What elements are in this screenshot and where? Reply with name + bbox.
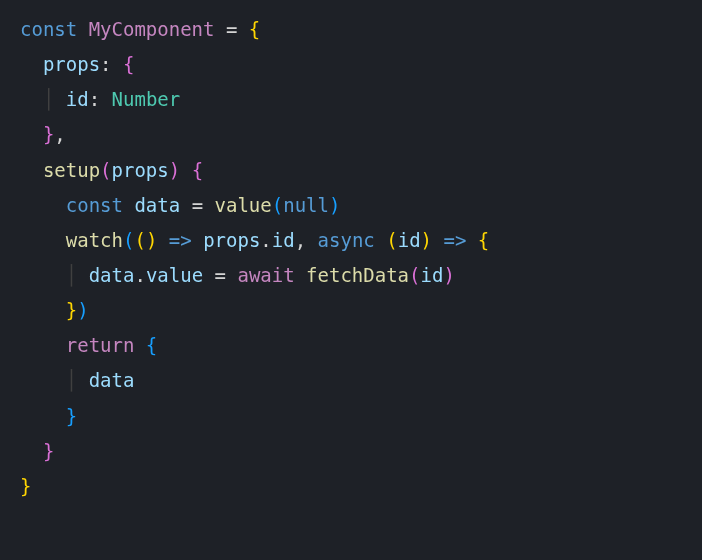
fn-setup: setup [43, 159, 100, 181]
comma: , [54, 123, 65, 145]
colon: : [100, 53, 111, 75]
keyword-async: async [318, 229, 375, 251]
brace-open: { [192, 159, 203, 181]
keyword-return: return [66, 334, 135, 356]
line-12: } [20, 405, 77, 427]
brace-open: { [146, 334, 157, 356]
dot: . [134, 264, 145, 286]
line-1: const MyComponent = { [20, 18, 260, 40]
var-data: data [89, 369, 135, 391]
brace-close: } [43, 440, 54, 462]
paren-close: ) [77, 299, 88, 321]
operator-eq: = [215, 264, 226, 286]
line-3: │ id: Number [20, 88, 180, 110]
keyword-await: await [237, 264, 294, 286]
paren-close: ) [421, 229, 432, 251]
var-data: data [134, 194, 180, 216]
keyword-const: const [66, 194, 123, 216]
line-4: }, [20, 123, 66, 145]
line-9: }) [20, 299, 89, 321]
paren-open: ( [272, 194, 283, 216]
fn-fetchdata: fetchData [306, 264, 409, 286]
paren-close: ) [329, 194, 340, 216]
prop-id: id [66, 88, 89, 110]
comma: , [295, 229, 306, 251]
null-literal: null [283, 194, 329, 216]
type-number: Number [112, 88, 181, 110]
line-2: props: { [20, 53, 134, 75]
operator-eq: = [192, 194, 203, 216]
prop-value: value [146, 264, 203, 286]
arg-id: id [398, 229, 421, 251]
code-block: const MyComponent = { props: { │ id: Num… [20, 12, 682, 504]
var-props: props [203, 229, 260, 251]
arg-id: id [421, 264, 444, 286]
brace-close: } [20, 475, 31, 497]
brace-open: { [123, 53, 134, 75]
arrow: => [169, 229, 192, 251]
keyword-const: const [20, 18, 77, 40]
identifier-component: MyComponent [89, 18, 215, 40]
arg-props: props [112, 159, 169, 181]
paren-open: ( [134, 229, 145, 251]
line-7: watch(() => props.id, async (id) => { [20, 229, 489, 251]
line-6: const data = value(null) [20, 194, 340, 216]
line-11: │ data [20, 369, 134, 391]
paren-open: ( [100, 159, 111, 181]
brace-open: { [249, 18, 260, 40]
paren-close: ) [146, 229, 157, 251]
var-data: data [89, 264, 135, 286]
brace-close: } [66, 299, 77, 321]
brace-close: } [66, 405, 77, 427]
operator-eq: = [226, 18, 237, 40]
paren-close: ) [443, 264, 454, 286]
fn-watch: watch [66, 229, 123, 251]
line-10: return { [20, 334, 157, 356]
prop-id: id [272, 229, 295, 251]
line-13: } [20, 440, 54, 462]
arrow: => [443, 229, 466, 251]
paren-open: ( [123, 229, 134, 251]
line-14: } [20, 475, 31, 497]
line-8: │ data.value = await fetchData(id) [20, 264, 455, 286]
prop-props: props [43, 53, 100, 75]
line-5: setup(props) { [20, 159, 203, 181]
paren-open: ( [386, 229, 397, 251]
dot: . [260, 229, 271, 251]
brace-close: } [43, 123, 54, 145]
paren-close: ) [169, 159, 180, 181]
paren-open: ( [409, 264, 420, 286]
brace-open: { [478, 229, 489, 251]
fn-value: value [215, 194, 272, 216]
colon: : [89, 88, 100, 110]
